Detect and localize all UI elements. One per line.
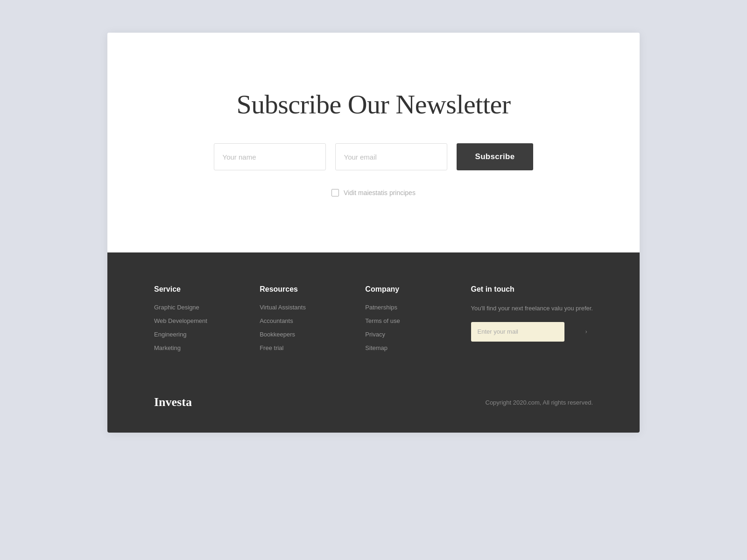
- subscribe-button[interactable]: Subscribe: [457, 143, 534, 170]
- company-link-0[interactable]: Patnerships: [365, 304, 449, 311]
- mail-input[interactable]: [471, 322, 564, 342]
- company-link-2[interactable]: Privacy: [365, 331, 449, 338]
- resources-link-3[interactable]: Free trial: [260, 344, 344, 351]
- arrow-icon: ›: [585, 328, 587, 336]
- email-input[interactable]: [335, 143, 447, 170]
- service-link-2[interactable]: Engineering: [154, 331, 238, 338]
- service-title: Service: [154, 285, 238, 294]
- service-link-3[interactable]: Marketing: [154, 344, 238, 351]
- newsletter-section: Subscribe Our Newsletter Subscribe Vidit…: [107, 33, 640, 252]
- get-in-touch-column: Get in touch You'll find your next freel…: [471, 285, 593, 358]
- footer-logo: Investa: [154, 395, 192, 409]
- resources-title: Resources: [260, 285, 344, 294]
- checkbox-row: Vidit maiestatis principes: [331, 189, 416, 196]
- company-column: Company Patnerships Terms of use Privacy…: [365, 285, 449, 358]
- service-link-1[interactable]: Web Developement: [154, 317, 238, 324]
- footer-copyright: Copyright 2020.com, All rights reserved.: [486, 399, 593, 406]
- service-column: Service Graphic Designe Web Developement…: [154, 285, 238, 358]
- resources-link-0[interactable]: Virtual Assistants: [260, 304, 344, 311]
- newsletter-form: Subscribe: [214, 143, 534, 170]
- footer-columns: Service Graphic Designe Web Developement…: [154, 285, 593, 358]
- service-link-0[interactable]: Graphic Designe: [154, 304, 238, 311]
- get-in-touch-title: Get in touch: [471, 285, 593, 294]
- checkbox-label: Vidit maiestatis principes: [344, 189, 416, 196]
- terms-checkbox[interactable]: [331, 189, 339, 196]
- company-link-3[interactable]: Sitemap: [365, 344, 449, 351]
- mail-input-wrapper: ›: [471, 322, 593, 342]
- resources-column: Resources Virtual Assistants Accountants…: [260, 285, 344, 358]
- resources-link-1[interactable]: Accountants: [260, 317, 344, 324]
- footer-section: Service Graphic Designe Web Developement…: [107, 252, 640, 433]
- get-in-touch-description: You'll find your next freelance valu you…: [471, 304, 593, 314]
- resources-link-2[interactable]: Bookkeepers: [260, 331, 344, 338]
- page-wrapper: Subscribe Our Newsletter Subscribe Vidit…: [107, 33, 640, 433]
- company-title: Company: [365, 285, 449, 294]
- company-link-1[interactable]: Terms of use: [365, 317, 449, 324]
- name-input[interactable]: [214, 143, 326, 170]
- footer-bottom: Investa Copyright 2020.com, All rights r…: [154, 386, 593, 409]
- newsletter-title: Subscribe Our Newsletter: [236, 89, 510, 120]
